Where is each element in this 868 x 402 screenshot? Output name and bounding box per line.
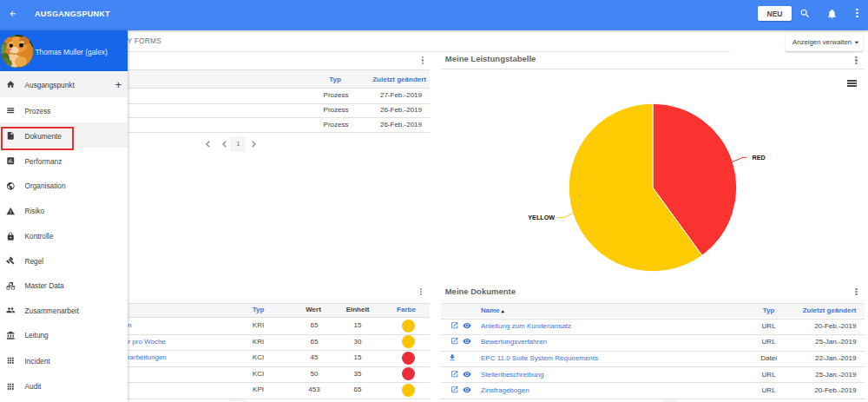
- svg-text:RED: RED: [753, 154, 766, 161]
- svg-text:YELLOW: YELLOW: [528, 214, 555, 221]
